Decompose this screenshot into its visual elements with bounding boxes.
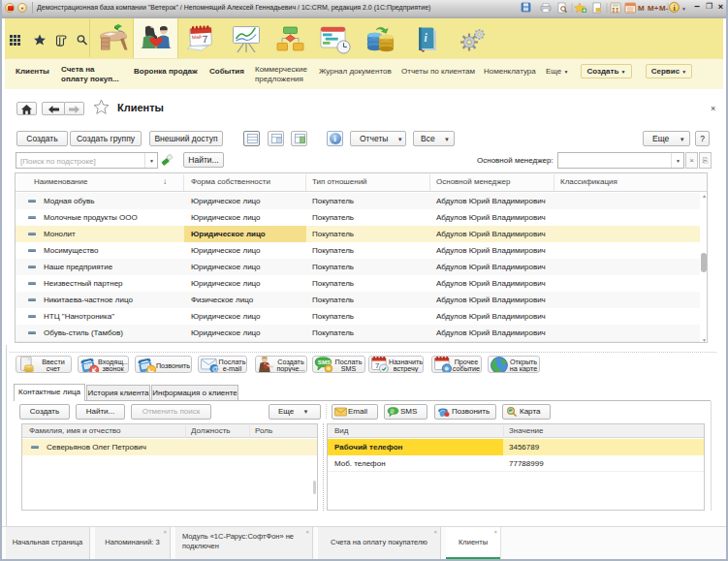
svg-text:M+: M+ (648, 4, 659, 13)
svg-text:M: M (638, 4, 645, 13)
svg-text:Май: Май (192, 34, 202, 41)
svg-text:7: 7 (202, 33, 208, 45)
svg-text:@: @ (390, 409, 395, 414)
svg-text:7: 7 (375, 361, 379, 370)
svg-text:M-: M- (659, 4, 669, 13)
